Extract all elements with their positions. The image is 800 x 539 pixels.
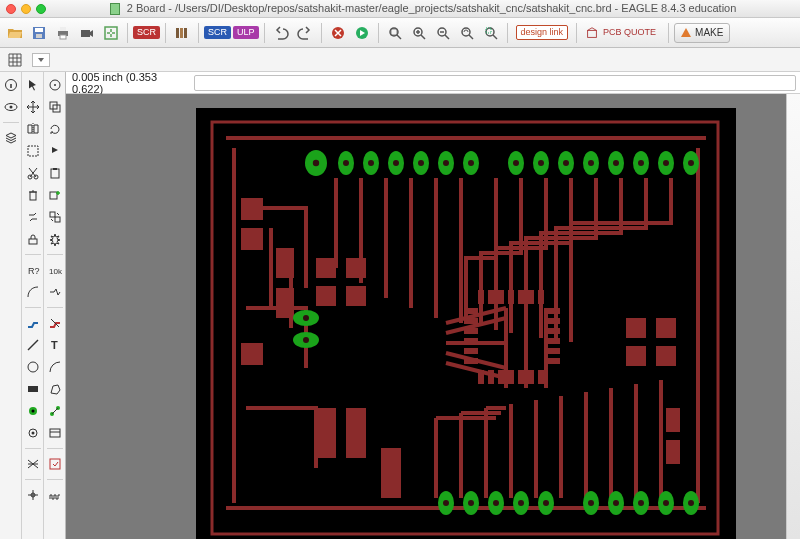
svg-rect-55 xyxy=(241,228,263,250)
window-title: 2 Board - /Users/DI/Desktop/repos/satsha… xyxy=(52,2,794,15)
command-input[interactable] xyxy=(194,75,796,91)
svg-text:R?: R? xyxy=(28,266,40,276)
print-button[interactable] xyxy=(52,22,74,44)
signal-icon[interactable] xyxy=(46,402,64,420)
paste-icon[interactable] xyxy=(46,164,64,182)
copy-icon[interactable] xyxy=(46,98,64,116)
zoom-redraw-button[interactable] xyxy=(456,22,478,44)
save-button[interactable] xyxy=(28,22,50,44)
polygon-icon[interactable] xyxy=(46,380,64,398)
vertical-scrollbar[interactable] xyxy=(786,94,800,539)
ratsnest-icon[interactable] xyxy=(24,455,42,473)
schematic-switch-button[interactable] xyxy=(100,22,122,44)
svg-rect-54 xyxy=(241,198,263,220)
svg-point-131 xyxy=(303,337,309,343)
ripup-icon[interactable] xyxy=(46,314,64,332)
rect-icon[interactable] xyxy=(24,380,42,398)
eye-icon[interactable] xyxy=(2,98,20,116)
svg-rect-78 xyxy=(538,290,544,304)
arc-icon[interactable] xyxy=(46,358,64,376)
grid-button[interactable] xyxy=(4,51,26,69)
svg-rect-67 xyxy=(626,346,646,366)
redo-button[interactable] xyxy=(294,22,316,44)
smash-icon[interactable] xyxy=(46,230,64,248)
parameter-toolbar xyxy=(0,48,800,72)
cancel-button[interactable] xyxy=(327,22,349,44)
zoom-select-button[interactable] xyxy=(480,22,502,44)
cut-icon[interactable] xyxy=(24,164,42,182)
miter-icon[interactable] xyxy=(24,283,42,301)
layer-dropdown[interactable] xyxy=(32,53,50,67)
zoom-window-button[interactable] xyxy=(36,4,46,14)
via-icon[interactable] xyxy=(24,402,42,420)
library-button[interactable] xyxy=(171,22,193,44)
pcb-view[interactable] xyxy=(196,108,736,539)
add-icon[interactable] xyxy=(46,186,64,204)
make-button-label: MAKE xyxy=(695,27,723,38)
wire-icon[interactable] xyxy=(24,336,42,354)
zoom-in-button[interactable] xyxy=(408,22,430,44)
circle-icon[interactable] xyxy=(24,358,42,376)
open-button[interactable] xyxy=(4,22,26,44)
ulp-button[interactable]: ULP xyxy=(233,22,259,44)
delete-icon[interactable] xyxy=(24,186,42,204)
svg-rect-72 xyxy=(478,290,484,304)
text-icon[interactable]: T xyxy=(46,336,64,354)
svg-rect-44 xyxy=(50,212,55,217)
svg-rect-8 xyxy=(176,28,179,38)
zoom-fit-button[interactable] xyxy=(384,22,406,44)
svg-rect-70 xyxy=(666,408,680,432)
svg-point-119 xyxy=(468,160,474,166)
mark-icon[interactable] xyxy=(24,486,42,504)
design-link-button[interactable]: design link xyxy=(513,22,572,44)
toolbox-col-a: R? xyxy=(22,72,44,539)
route-icon[interactable] xyxy=(24,314,42,332)
pinswap-icon[interactable] xyxy=(24,208,42,226)
zoom-out-button[interactable] xyxy=(432,22,454,44)
undo-button[interactable] xyxy=(270,22,292,44)
svg-rect-90 xyxy=(464,348,478,354)
layers-icon[interactable] xyxy=(2,129,20,147)
toolbar-separator xyxy=(198,23,199,43)
minimize-window-button[interactable] xyxy=(21,4,31,14)
toolbar-separator xyxy=(321,23,322,43)
svg-text:T: T xyxy=(51,339,58,351)
cam-button[interactable] xyxy=(76,22,98,44)
board-canvas[interactable] xyxy=(66,94,800,539)
value-icon[interactable]: 10k xyxy=(46,261,64,279)
attribute-icon[interactable] xyxy=(46,424,64,442)
meander-icon[interactable] xyxy=(46,486,64,504)
mirror-icon[interactable] xyxy=(24,120,42,138)
select-icon[interactable] xyxy=(24,76,42,94)
rotate-icon[interactable] xyxy=(46,120,64,138)
svg-rect-20 xyxy=(588,30,597,37)
toolbar-separator xyxy=(378,23,379,43)
svg-rect-94 xyxy=(546,328,560,334)
name-icon[interactable]: R? xyxy=(24,261,42,279)
pcb-quote-button[interactable]: PCB QUOTE xyxy=(582,22,663,44)
move-icon[interactable] xyxy=(24,98,42,116)
split-icon[interactable] xyxy=(46,283,64,301)
hole-icon[interactable] xyxy=(24,424,42,442)
go-button[interactable] xyxy=(351,22,373,44)
toolbar-separator xyxy=(165,23,166,43)
tool-separator xyxy=(47,307,63,308)
lock-icon[interactable] xyxy=(24,230,42,248)
info-icon[interactable] xyxy=(2,76,20,94)
svg-rect-85 xyxy=(538,370,544,384)
svg-rect-62 xyxy=(346,286,366,306)
svg-point-118 xyxy=(443,160,449,166)
make-button[interactable]: MAKE xyxy=(674,23,730,43)
group-icon[interactable] xyxy=(24,142,42,160)
show-icon[interactable] xyxy=(46,76,64,94)
svg-point-123 xyxy=(588,160,594,166)
replace-icon[interactable] xyxy=(46,208,64,226)
svg-rect-89 xyxy=(464,338,478,344)
toolbar-separator xyxy=(264,23,265,43)
drc-icon[interactable] xyxy=(46,455,64,473)
change-icon[interactable] xyxy=(46,142,64,160)
scr-blue-button[interactable]: SCR xyxy=(204,22,231,44)
editor-region: 0.005 inch (0.353 0.622) xyxy=(66,72,800,539)
close-window-button[interactable] xyxy=(6,4,16,14)
scr-button[interactable]: SCR xyxy=(133,22,160,44)
